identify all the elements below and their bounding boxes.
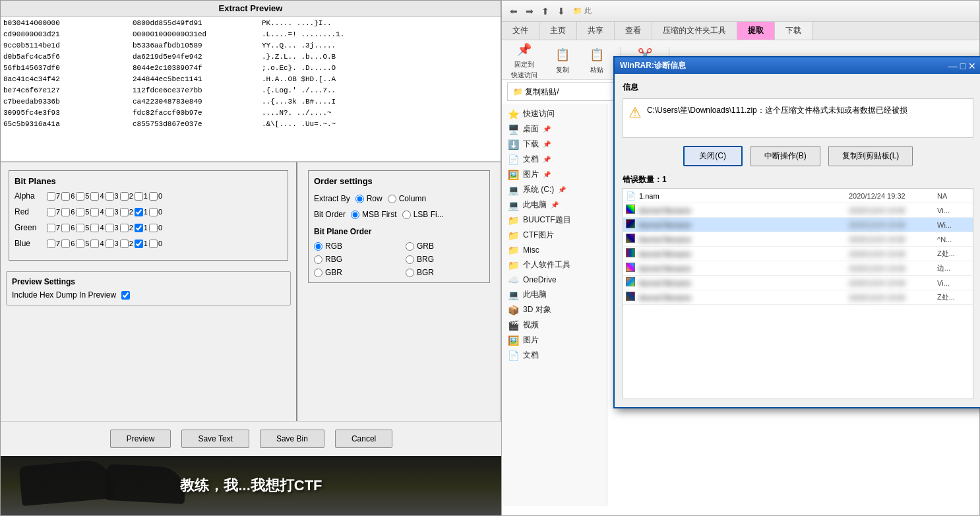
forward-btn[interactable]: ➡: [523, 5, 536, 18]
green-1-check[interactable]: [135, 224, 143, 232]
red-0-check[interactable]: [149, 208, 158, 216]
msb-radio[interactable]: [351, 210, 359, 219]
blue-6-check[interactable]: [61, 240, 70, 248]
column-radio[interactable]: [388, 195, 396, 203]
blue-5-check[interactable]: [76, 240, 84, 248]
red-3-check[interactable]: [106, 208, 114, 216]
file-row-3[interactable]: blurred filename 2020/12/24 19:00 Wi...: [623, 218, 973, 232]
pictures-icon: 🖼️: [507, 170, 519, 180]
nav-software-tools[interactable]: 📁 个人软件工具: [502, 257, 607, 273]
file-row-8[interactable]: blurred filename 2020/12/24 19:00 Z处...: [623, 290, 973, 305]
tab-compressed-tools[interactable]: 压缩的文件夹工具: [652, 22, 737, 40]
red-4-check[interactable]: [90, 208, 99, 216]
blue-0-check[interactable]: [149, 240, 158, 248]
alpha-5-check[interactable]: [76, 192, 84, 201]
interrupt-btn[interactable]: 中断操作(B): [750, 146, 820, 166]
close-dialog-btn[interactable]: 关闭(C): [683, 146, 743, 166]
copy-clipboard-btn[interactable]: 复制到剪贴板(L): [828, 146, 913, 166]
tab-file[interactable]: 文件: [502, 22, 539, 40]
tab-share[interactable]: 共享: [577, 22, 615, 40]
file-row-7[interactable]: blurred filename 2020/12/24 19:00 Vi...: [623, 276, 973, 290]
dialog-close-btn[interactable]: — □ ✕: [948, 61, 976, 71]
green-5-check[interactable]: [76, 224, 84, 232]
nav-pictures[interactable]: 🖼️ 图片 📌: [502, 167, 607, 182]
nav-buuctf[interactable]: 📁 BUUCTF题目: [502, 212, 607, 228]
up-btn[interactable]: ⬆: [539, 5, 552, 18]
blue-7-check[interactable]: [47, 240, 55, 248]
green-6-check[interactable]: [61, 224, 70, 232]
rgb-radio[interactable]: [314, 242, 322, 251]
red-2-check[interactable]: [120, 208, 129, 216]
save-text-button[interactable]: Save Text: [181, 430, 249, 448]
nav-this-pc-2[interactable]: 💻 此电脑: [502, 287, 607, 302]
alpha-0-check[interactable]: [149, 192, 158, 201]
msb-radio-label[interactable]: MSB First: [351, 210, 397, 219]
file-row-5[interactable]: blurred filename 2020/12/24 19:00 Z处...: [623, 247, 973, 261]
nav-documents[interactable]: 📄 文档 📌: [502, 152, 607, 167]
tab-home[interactable]: 主页: [539, 22, 577, 40]
gbr-radio[interactable]: [314, 269, 322, 277]
blue-4-check[interactable]: [90, 240, 99, 248]
nav-misc[interactable]: 📁 Misc: [502, 243, 607, 257]
lsb-radio-label[interactable]: LSB Fi...: [402, 210, 444, 219]
back-btn[interactable]: ⬅: [507, 5, 520, 18]
tab-download[interactable]: 下载: [775, 22, 812, 40]
save-bin-button[interactable]: Save Bin: [260, 430, 324, 448]
blue-3-check[interactable]: [106, 240, 114, 248]
bit-planes-section: Bit Planes Alpha 7 6 5 4 3 2 1 0: [1, 162, 297, 439]
green-2-check[interactable]: [120, 224, 129, 232]
red-5-check[interactable]: [76, 208, 84, 216]
button-row: Preview Save Text Save Bin Cancel: [1, 421, 502, 456]
row-radio[interactable]: [355, 195, 364, 203]
green-4-check[interactable]: [90, 224, 99, 232]
nav-quick-access[interactable]: ⭐ 快速访问: [502, 106, 607, 121]
file-row-1nam[interactable]: 📄 1.nam 2020/12/24 19:32 NA: [623, 189, 973, 203]
paste-btn[interactable]: 📋 粘贴: [584, 44, 610, 76]
nav-3d-objects[interactable]: 📦 3D 对象: [502, 302, 607, 317]
nav-this-pc[interactable]: 💻 此电脑 📌: [502, 197, 607, 212]
blue-1-check[interactable]: [135, 240, 143, 248]
rbg-radio[interactable]: [314, 255, 322, 264]
green-3-check[interactable]: [106, 224, 114, 232]
filetype-8: Z处...: [937, 292, 970, 302]
file-row-4[interactable]: blurred filename 2020/12/24 19:00 ^N...: [623, 232, 973, 247]
filetype-4: ^N...: [937, 236, 970, 243]
bgr-radio[interactable]: [406, 269, 414, 277]
alpha-4-check[interactable]: [90, 192, 99, 201]
column-radio-label[interactable]: Column: [388, 194, 426, 203]
file-row-2[interactable]: blurred filename 2020/12/24 19:00 Vi...: [623, 203, 973, 218]
green-7-check[interactable]: [47, 224, 55, 232]
preview-button[interactable]: Preview: [110, 430, 171, 448]
tab-view[interactable]: 查看: [615, 22, 652, 40]
red-6-check[interactable]: [61, 208, 70, 216]
include-hex-dump-check[interactable]: [121, 291, 130, 300]
nav-onedrive[interactable]: ☁️ OneDrive: [502, 273, 607, 287]
alpha-1-check[interactable]: [135, 192, 143, 201]
nav-videos[interactable]: 🎬 视频: [502, 317, 607, 333]
alpha-6-check[interactable]: [61, 192, 70, 201]
file-row-6[interactable]: blurred filename 2020/12/24 19:00 边...: [623, 261, 973, 276]
nav-pictures-2[interactable]: 🖼️ 图片: [502, 333, 607, 348]
nav-ctf-pictures[interactable]: 📁 CTF图片: [502, 228, 607, 243]
red-label: Red: [15, 207, 44, 216]
nav-system-c[interactable]: 💻 系统 (C:) 📌: [502, 182, 607, 197]
pin-btn[interactable]: 📌 固定到 快速访问: [507, 39, 541, 81]
tab-extract[interactable]: 提取: [737, 22, 775, 40]
grb-radio[interactable]: [406, 242, 414, 251]
nav-downloads[interactable]: ⬇️ 下载 📌: [502, 137, 607, 152]
lsb-radio[interactable]: [402, 210, 411, 219]
green-0-check[interactable]: [149, 224, 158, 232]
blue-2-check[interactable]: [120, 240, 129, 248]
nav-documents-2[interactable]: 📄 文档: [502, 348, 607, 363]
row-radio-label[interactable]: Row: [355, 194, 383, 203]
copy-btn[interactable]: 📋 复制: [549, 44, 576, 76]
red-1-check[interactable]: [135, 208, 143, 216]
alpha-3-check[interactable]: [106, 192, 114, 201]
nav-desktop[interactable]: 🖥️ 桌面 📌: [502, 121, 607, 137]
alpha-7-check[interactable]: [47, 192, 55, 201]
down-arrow-btn[interactable]: ⬇: [555, 5, 568, 18]
alpha-2-check[interactable]: [120, 192, 129, 201]
red-7-check[interactable]: [47, 208, 55, 216]
brg-radio[interactable]: [406, 255, 414, 264]
cancel-button[interactable]: Cancel: [335, 430, 392, 448]
